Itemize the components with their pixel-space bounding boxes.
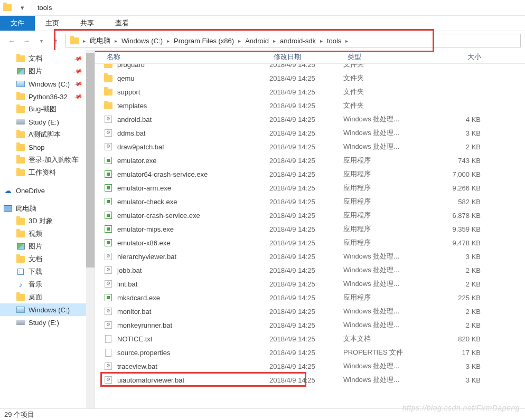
file-row[interactable]: templates2018/4/9 14:25文件夹 [95,99,525,112]
column-size[interactable]: 大小 [428,50,486,63]
breadcrumb-root-icon[interactable] [68,35,81,46]
sidebar-item[interactable]: 工作资料 [0,166,95,179]
file-row[interactable]: lint.bat2018/4/9 14:25Windows 批处理...2 KB [95,277,525,291]
folder-icon [16,254,25,264]
sidebar-thispc[interactable]: 此电脑 [0,202,95,215]
file-row[interactable]: draw9patch.bat2018/4/9 14:25Windows 批处理.… [95,140,525,154]
navigation-pane[interactable]: 文档📌图片📌Windows (C:)📌Python36-32📌Bug-截图Stu… [0,50,95,408]
sidebar-item[interactable]: 文档📌 [0,52,95,65]
file-row[interactable]: ddms.bat2018/4/9 14:25Windows 批处理...3 KB [95,126,525,140]
chevron-right-icon[interactable]: ▸ [271,38,278,44]
sidebar-item-label: Windows (C:) [29,80,70,88]
breadcrumb-item[interactable]: Android [243,35,271,46]
folder-icon [104,73,113,83]
sidebar-item[interactable]: 桌面 [0,291,95,303]
file-name: ddms.bat [117,129,145,137]
recent-dropdown[interactable]: ▾ [34,33,49,48]
file-name: emulator64-crash-service.exe [117,170,208,178]
folder-icon [16,92,25,101]
column-date[interactable]: 修改日期 [269,50,343,63]
chevron-right-icon[interactable]: ▸ [318,38,325,44]
breadcrumb-item[interactable]: Windows (C:) [119,35,165,46]
sidebar-item[interactable]: 下载 [0,265,95,278]
file-row[interactable]: mksdcard.exe2018/4/9 14:25应用程序225 KB [95,291,525,304]
file-row[interactable]: android.bat2018/4/9 14:25Windows 批处理...4… [95,112,525,126]
chevron-right-icon[interactable]: ▸ [343,38,350,44]
sidebar-onedrive[interactable]: ☁ OneDrive [0,184,95,197]
sidebar-item[interactable]: 视频 [0,227,95,240]
file-row[interactable]: support2018/4/9 14:25文件夹 [95,85,525,99]
breadcrumb-bar[interactable]: ▸ 此电脑 ▸ Windows (C:) ▸ Program Files (x8… [65,34,521,47]
sidebar-item[interactable]: 文档 [0,253,95,265]
sidebar-item[interactable]: Study (E:) [0,116,95,128]
sidebar-item[interactable]: Python36-32📌 [0,90,95,103]
sidebar-item[interactable]: Shop [0,141,95,154]
pictures-icon [16,242,25,251]
file-size: 7,000 KB [428,170,486,178]
sidebar-item[interactable]: ♪音乐 [0,278,95,291]
file-date: 2018/4/9 14:25 [269,170,343,178]
sidebar-item-label: Bug-截图 [29,104,57,114]
breadcrumb-item[interactable]: tools [325,35,343,46]
file-row[interactable]: emulator-mips.exe2018/4/9 14:25应用程序9,359… [95,222,525,236]
file-row[interactable]: qemu2018/4/9 14:25文件夹 [95,71,525,85]
file-row[interactable]: emulator.exe2018/4/9 14:25应用程序743 KB [95,154,525,167]
file-type: 文件夹 [343,87,428,97]
sidebar-item-label: 视频 [29,229,42,238]
file-row[interactable]: emulator-arm.exe2018/4/9 14:25应用程序9,266 … [95,181,525,195]
file-size: 9,359 KB [428,225,486,233]
sidebar-label: 此电脑 [16,204,36,213]
file-row[interactable]: NOTICE.txt2018/4/9 14:25文本文档820 KB [95,332,525,346]
monitor-icon [3,204,13,213]
column-name[interactable]: 名称 [95,50,269,63]
sidebar-item[interactable]: Study (E:) [0,316,95,329]
file-row[interactable]: proguard2018/4/9 14:25文件夹 [95,64,525,71]
breadcrumb-item[interactable]: android-sdk [278,35,318,46]
file-row[interactable]: emulator-crash-service.exe2018/4/9 14:25… [95,208,525,222]
sidebar-item[interactable]: Windows (C:) [0,303,95,316]
chevron-right-icon[interactable]: ▸ [236,38,243,44]
sidebar-scrollbar[interactable] [86,50,95,408]
folder-icon [16,292,25,302]
download-icon [16,267,25,276]
tab-share[interactable]: 共享 [70,16,105,31]
file-row[interactable]: emulator64-crash-service.exe2018/4/9 14:… [95,167,525,181]
titlebar: ▾ tools [0,0,525,16]
folder-icon [104,87,113,97]
file-date: 2018/4/9 14:25 [269,280,343,288]
sidebar-item[interactable]: Windows (C:)📌 [0,78,95,90]
sidebar-item[interactable]: 3D 对象 [0,215,95,227]
chevron-right-icon[interactable]: ▸ [81,38,88,44]
back-button[interactable]: ← [4,33,19,48]
breadcrumb-item[interactable]: 此电脑 [88,35,112,46]
file-date: 2018/4/9 14:25 [269,184,343,192]
tab-home[interactable]: 主页 [35,16,70,31]
file-row[interactable]: monkeyrunner.bat2018/4/9 14:25Windows 批处… [95,318,525,332]
file-row[interactable]: traceview.bat2018/4/9 14:25Windows 批处理..… [95,359,525,373]
sidebar-item[interactable]: 图片📌 [0,65,95,78]
file-row[interactable]: monitor.bat2018/4/9 14:25Windows 批处理...2… [95,304,525,318]
sidebar-item-label: Study (E:) [29,118,59,126]
column-type[interactable]: 类型 [343,50,428,63]
chevron-right-icon[interactable]: ▸ [165,38,172,44]
forward-button[interactable]: → [19,33,34,48]
sidebar-item[interactable]: 图片 [0,240,95,253]
file-row[interactable]: emulator-check.exe2018/4/9 14:25应用程序582 … [95,195,525,208]
file-row[interactable]: emulator-x86.exe2018/4/9 14:25应用程序9,478 … [95,236,525,250]
file-row[interactable]: jobb.bat2018/4/9 14:25Windows 批处理...2 KB [95,263,525,277]
breadcrumb-item[interactable]: Program Files (x86) [172,35,236,46]
file-name: jobb.bat [117,266,142,274]
chevron-right-icon[interactable]: ▸ [112,38,119,44]
tab-view[interactable]: 查看 [105,16,139,31]
quick-access-dropdown[interactable]: ▾ [17,3,27,13]
sidebar-item[interactable]: 登录-加入购物车 [0,154,95,166]
tab-file[interactable]: 文件 [0,16,35,31]
file-row[interactable]: uiautomatorviewer.bat2018/4/9 14:25Windo… [95,373,525,387]
sidebar-item[interactable]: Bug-截图 [0,103,95,116]
file-row[interactable]: source.properties2018/4/9 14:25PROPERTIE… [95,346,525,359]
file-row[interactable]: hierarchyviewer.bat2018/4/9 14:25Windows… [95,250,525,263]
file-type: Windows 批处理... [343,361,428,371]
sidebar-item[interactable]: A测试脚本 [0,128,95,141]
up-button[interactable]: ↑ [49,33,63,48]
file-type: 应用程序 [343,169,428,179]
